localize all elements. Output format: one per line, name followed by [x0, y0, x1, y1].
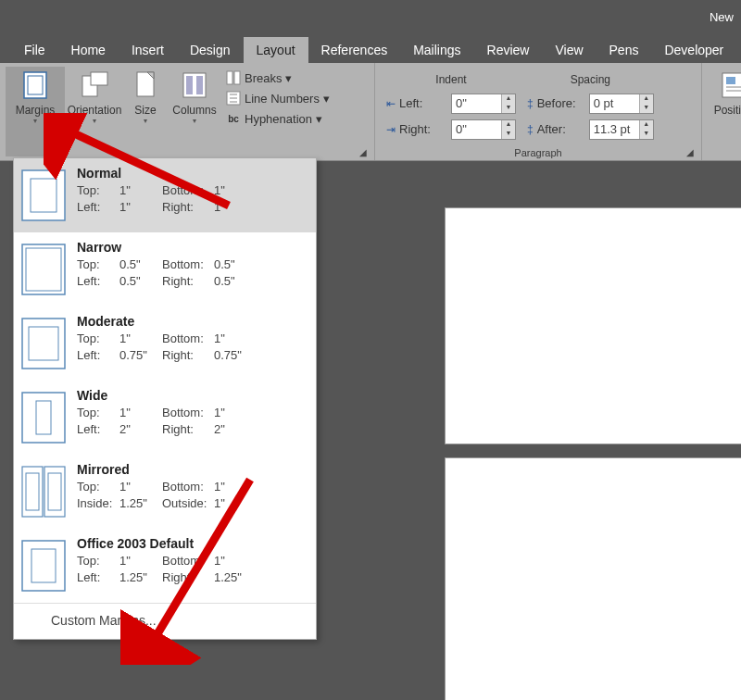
spacing-after-input[interactable]: 11.3 pt ▲▼ [589, 119, 654, 140]
margins-button[interactable]: Margins ▾ [6, 67, 65, 156]
margin-option-normal[interactable]: Normal Top:1" Bottom:1" Left:1" Right:1" [14, 158, 316, 232]
svg-rect-26 [22, 467, 43, 517]
group-arrange: Position [702, 63, 741, 160]
page-setup-dialog-launcher[interactable]: ◢ [359, 147, 370, 158]
orientation-button[interactable]: Orientation ▾ [65, 67, 124, 156]
columns-icon [180, 70, 209, 100]
margin-thumb-icon [21, 318, 66, 369]
tab-layout[interactable]: Layout [244, 37, 308, 63]
margin-thumb-icon [21, 466, 66, 518]
paragraph-dialog-launcher[interactable]: ◢ [686, 147, 697, 158]
indent-right-input[interactable]: 0" ▲▼ [451, 119, 516, 140]
document-page[interactable] [445, 457, 741, 700]
indent-header: Indent [386, 73, 516, 88]
spacing-before-icon: ‡ [527, 97, 534, 110]
watermark: wsxdn.com [675, 684, 735, 697]
margin-option-mirrored[interactable]: Mirrored Top:1" Bottom:1" Inside:1.25" O… [14, 455, 316, 529]
margin-option-narrow[interactable]: Narrow Top:0.5" Bottom:0.5" Left:0.5" Ri… [14, 232, 316, 306]
margin-option-wide[interactable]: Wide Top:1" Bottom:1" Left:2" Right:2" [14, 381, 316, 455]
indent-left-icon: ⇤ [386, 97, 396, 110]
line-numbers-icon [226, 91, 241, 106]
title-bar: New [0, 0, 741, 33]
indent-left-input[interactable]: 0" ▲▼ [451, 94, 516, 114]
indent-right-icon: ⇥ [386, 123, 396, 136]
tab-view[interactable]: View [542, 37, 596, 63]
svg-rect-30 [22, 541, 65, 591]
columns-button[interactable]: Columns ▾ [167, 67, 222, 156]
svg-rect-9 [234, 71, 240, 84]
group-page-setup: Margins ▾ Orientation ▾ Size ▾ [0, 63, 375, 160]
tab-file[interactable]: File [11, 37, 58, 63]
size-button[interactable]: Size ▾ [124, 67, 167, 156]
spinner[interactable]: ▲▼ [501, 94, 515, 113]
chevron-down-icon: ▾ [193, 117, 196, 125]
margin-thumb-icon [21, 169, 66, 221]
document-page[interactable] [445, 207, 741, 444]
margin-thumb-icon [21, 540, 66, 592]
svg-rect-3 [91, 72, 107, 85]
svg-rect-27 [44, 467, 65, 517]
margins-icon [20, 70, 50, 100]
spinner[interactable]: ▲▼ [501, 120, 515, 139]
position-button[interactable]: Position [708, 67, 741, 158]
chevron-down-icon: ▾ [144, 117, 147, 125]
chevron-down-icon: ▾ [33, 117, 37, 125]
svg-rect-20 [22, 244, 65, 294]
hyphenation-button[interactable]: bc Hyphenation ▾ [226, 111, 330, 126]
margin-option-office2003[interactable]: Office 2003 Default Top:1" Bottom:1" Lef… [14, 529, 316, 603]
size-icon [131, 70, 160, 100]
chevron-down-icon: ▾ [323, 92, 330, 106]
tab-insert[interactable]: Insert [119, 37, 177, 63]
svg-rect-15 [726, 77, 735, 84]
tab-home[interactable]: Home [58, 37, 119, 63]
margin-thumb-icon [21, 392, 66, 444]
breaks-icon [226, 70, 241, 85]
title-text: New [710, 10, 734, 24]
chevron-down-icon: ▾ [93, 117, 96, 125]
spacing-header: Spacing [527, 73, 654, 88]
spacing-before-input[interactable]: 0 pt ▲▼ [589, 94, 654, 114]
custom-margins-menuitem[interactable]: Custom Margins... [14, 603, 316, 639]
svg-rect-18 [22, 170, 65, 220]
ribbon-tabs: File Home Insert Design Layout Reference… [0, 33, 741, 63]
margins-gallery: Normal Top:1" Bottom:1" Left:1" Right:1"… [13, 157, 317, 640]
svg-rect-14 [722, 73, 741, 97]
tab-mailings[interactable]: Mailings [400, 37, 473, 63]
ribbon: Margins ▾ Orientation ▾ Size ▾ [0, 63, 741, 161]
group-paragraph: Indent ⇤ Left: 0" ▲▼ ⇥ Right: 0" ▲▼ [375, 63, 702, 160]
spinner[interactable]: ▲▼ [639, 120, 653, 139]
margin-thumb-icon [21, 244, 66, 295]
svg-rect-6 [186, 76, 193, 94]
margin-option-moderate[interactable]: Moderate Top:1" Bottom:1" Left:0.75" Rig… [14, 306, 316, 381]
svg-rect-24 [22, 393, 65, 443]
spinner[interactable]: ▲▼ [639, 94, 653, 113]
tab-developer[interactable]: Developer [651, 37, 736, 63]
hyphenation-icon: bc [226, 111, 241, 126]
tab-references[interactable]: References [308, 37, 401, 63]
orientation-icon [80, 70, 109, 100]
chevron-down-icon: ▾ [285, 71, 292, 85]
breaks-button[interactable]: Breaks ▾ [226, 70, 330, 85]
line-numbers-button[interactable]: Line Numbers ▾ [226, 91, 330, 106]
tab-design[interactable]: Design [177, 37, 244, 63]
spacing-before-field: ‡ Before: 0 pt ▲▼ [527, 94, 654, 114]
tab-review[interactable]: Review [474, 37, 543, 63]
spacing-after-icon: ‡ [527, 123, 534, 136]
tab-pens[interactable]: Pens [597, 37, 652, 63]
indent-right-field: ⇥ Right: 0" ▲▼ [386, 119, 516, 140]
chevron-down-icon: ▾ [316, 112, 322, 126]
spacing-after-field: ‡ After: 11.3 pt ▲▼ [527, 119, 654, 140]
svg-rect-8 [227, 71, 232, 84]
indent-left-field: ⇤ Left: 0" ▲▼ [386, 94, 516, 114]
position-icon [719, 70, 741, 100]
svg-rect-7 [196, 76, 203, 94]
